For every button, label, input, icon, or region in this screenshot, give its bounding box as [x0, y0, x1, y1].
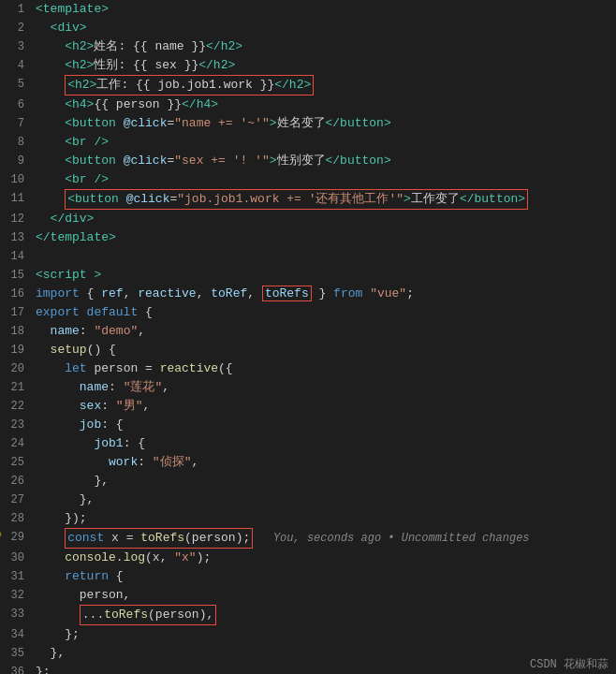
code-line: 11 <button @click="job.job1.work += '还有其…: [0, 189, 616, 210]
code-line: 3 <h2>姓名: {{ name }}</h2>: [0, 37, 616, 56]
code-line: 6 <h4>{{ person }}</h4>: [0, 95, 616, 114]
code-line: 12 </div>: [0, 210, 616, 228]
code-line: 4 <h2>性别: {{ sex }}</h2>: [0, 56, 616, 75]
code-line: 8 <br />: [0, 133, 616, 152]
code-line: 14: [0, 247, 616, 266]
author-label: 花椒和蒜: [564, 658, 609, 671]
code-line: 💡 29 const x = toRefs(person); You, seco…: [0, 528, 616, 549]
code-line: 17 export default {: [0, 303, 616, 322]
code-line: 32 person,: [0, 586, 616, 605]
code-line: 20 let person = reactive({: [0, 359, 616, 378]
code-line: 30 console.log(x, "x");: [0, 549, 616, 567]
code-line: 21 name: "莲花",: [0, 378, 616, 397]
code-line: 22 sex: "男",: [0, 397, 616, 416]
code-line: 10 <br />: [0, 170, 616, 189]
code-line: 28 });: [0, 509, 616, 528]
code-line: 1 <template>: [0, 0, 616, 19]
footer-bar: CSDN 花椒和蒜: [522, 654, 616, 674]
code-line: 18 name: "demo",: [0, 322, 616, 341]
code-line: 27 },: [0, 491, 616, 509]
code-line: 16 import { ref, reactive, toRef, toRefs…: [0, 285, 616, 303]
code-line: 23 job: {: [0, 416, 616, 434]
code-editor: 1 <template> 2 <div> 3 <h2>姓名: {{ name }…: [0, 0, 616, 674]
code-line: 24 job1: {: [0, 434, 616, 453]
platform-label: CSDN: [530, 658, 557, 671]
code-line: 34 };: [0, 625, 616, 644]
code-line: 25 work: "侦探",: [0, 453, 616, 472]
code-line: 13 </template>: [0, 228, 616, 247]
code-line: 31 return {: [0, 567, 616, 586]
code-line: 2 <div>: [0, 19, 616, 37]
code-line: 26 },: [0, 472, 616, 491]
code-line: 5 <h2>工作: {{ job.job1.work }}</h2>: [0, 75, 616, 95]
code-line: 15 <script >: [0, 266, 616, 285]
code-line: 9 <button @click="sex += '! '">性别变了</but…: [0, 152, 616, 170]
code-line: 7 <button @click="name += '~'">姓名变了</but…: [0, 114, 616, 133]
code-line: 33 ...toRefs(person),: [0, 605, 616, 625]
code-line: 19 setup() {: [0, 341, 616, 359]
